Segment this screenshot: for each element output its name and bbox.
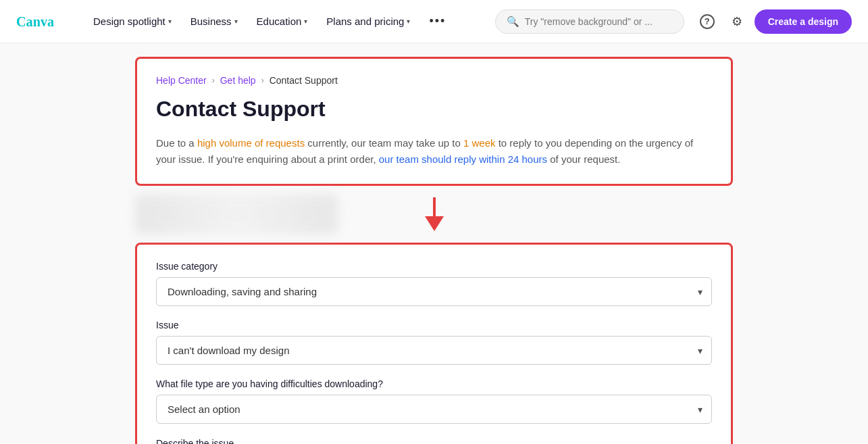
issue-category-label: Issue category <box>156 261 712 272</box>
nav-business[interactable]: Business ▾ <box>182 10 246 32</box>
blurred-content <box>135 194 338 235</box>
describe-group: Describe the issue <box>156 437 712 444</box>
24-hours-text: 24 hours <box>508 153 547 165</box>
chevron-down-icon: ▾ <box>234 18 238 25</box>
chevron-down-icon: ▾ <box>304 18 307 25</box>
gear-icon: ⚙ <box>732 14 742 29</box>
breadcrumb-get-help[interactable]: Get help <box>220 75 256 86</box>
one-week-text: 1 week <box>463 137 496 149</box>
file-type-label: What file type are you having difficulti… <box>156 378 712 389</box>
navbar: Canva Design spotlight ▾ Business ▾ Educ… <box>0 0 868 43</box>
issue-label: Issue <box>156 320 712 330</box>
nav-links: Design spotlight ▾ Business ▾ Education … <box>85 9 495 34</box>
help-icon: ? <box>700 14 715 29</box>
nav-design-spotlight[interactable]: Design spotlight ▾ <box>85 10 180 32</box>
chevron-down-icon: ▾ <box>407 18 410 25</box>
breadcrumb-help-center[interactable]: Help Center <box>156 75 207 86</box>
nav-more-button[interactable]: ••• <box>421 9 454 34</box>
svg-marker-2 <box>425 216 444 231</box>
describe-label: Describe the issue <box>156 438 234 444</box>
issue-category-group: Issue category Downloading, saving and s… <box>156 261 712 306</box>
issue-category-select-wrapper: Downloading, saving and sharing ▾ <box>156 277 712 306</box>
file-type-select-wrapper: Select an option ▾ <box>156 395 712 424</box>
help-button[interactable]: ? <box>695 9 719 34</box>
create-design-button[interactable]: Create a design <box>755 9 852 34</box>
issue-group: Issue I can't download my design ▾ <box>156 320 712 365</box>
arrow-down-icon <box>424 197 445 231</box>
notice-text: Due to a high volume of requests current… <box>156 135 712 168</box>
print-order-link[interactable]: our team should reply within 24 hours <box>379 153 547 165</box>
issue-select-wrapper: I can't download my design ▾ <box>156 336 712 365</box>
canva-logo[interactable]: Canva <box>16 11 63 32</box>
high-volume-text: high volume of requests <box>197 137 305 149</box>
file-type-select[interactable]: Select an option <box>156 395 712 424</box>
breadcrumb-sep-2: › <box>261 76 264 85</box>
breadcrumb-current: Contact Support <box>270 75 338 86</box>
search-input[interactable] <box>525 16 673 27</box>
settings-button[interactable]: ⚙ <box>725 9 749 34</box>
search-bar[interactable]: 🔍 <box>495 9 684 34</box>
issue-select[interactable]: I can't download my design <box>156 336 712 365</box>
content-wrapper: Help Center › Get help › Contact Support… <box>0 43 868 444</box>
nav-education[interactable]: Education ▾ <box>249 10 316 32</box>
issue-category-select[interactable]: Downloading, saving and sharing <box>156 277 712 306</box>
nav-actions: ? ⚙ Create a design <box>695 9 852 34</box>
breadcrumb-sep-1: › <box>212 76 215 85</box>
nav-plans-pricing[interactable]: Plans and pricing ▾ <box>318 10 418 32</box>
svg-text:Canva: Canva <box>16 14 54 29</box>
page-title: Contact Support <box>156 97 712 122</box>
file-type-group: What file type are you having difficulti… <box>156 378 712 424</box>
chevron-down-icon: ▾ <box>168 18 172 25</box>
search-icon: 🔍 <box>507 16 519 28</box>
contact-support-box: Help Center › Get help › Contact Support… <box>135 57 733 186</box>
breadcrumb: Help Center › Get help › Contact Support <box>156 75 712 86</box>
form-box: Issue category Downloading, saving and s… <box>135 243 733 444</box>
